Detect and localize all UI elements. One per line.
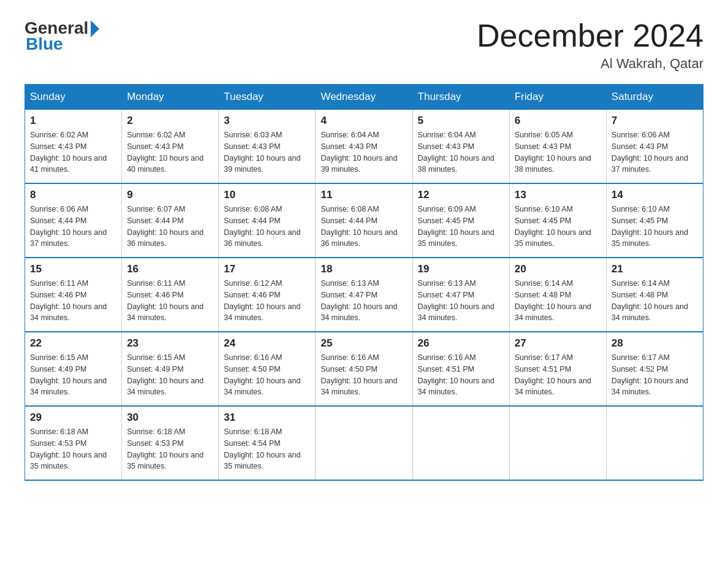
day-info: Sunrise: 6:16 AMSunset: 4:51 PMDaylight:… (418, 353, 495, 396)
header-wednesday: Wednesday (316, 85, 412, 110)
calendar-cell: 15 Sunrise: 6:11 AMSunset: 4:46 PMDaylig… (25, 258, 122, 332)
day-number: 23 (127, 337, 213, 350)
page-header: General Blue December 2024 Al Wakrah, Qa… (25, 18, 703, 72)
calendar-cell: 25 Sunrise: 6:16 AMSunset: 4:50 PMDaylig… (316, 332, 412, 406)
day-info: Sunrise: 6:18 AMSunset: 4:54 PMDaylight:… (224, 427, 300, 470)
calendar-cell: 9 Sunrise: 6:07 AMSunset: 4:44 PMDayligh… (122, 183, 219, 258)
day-number: 26 (418, 337, 504, 350)
calendar-cell: 20 Sunrise: 6:14 AMSunset: 4:48 PMDaylig… (509, 258, 606, 332)
day-info: Sunrise: 6:11 AMSunset: 4:46 PMDaylight:… (127, 279, 203, 322)
calendar-cell: 24 Sunrise: 6:16 AMSunset: 4:50 PMDaylig… (219, 332, 316, 406)
day-number: 30 (127, 412, 213, 424)
day-info: Sunrise: 6:12 AMSunset: 4:46 PMDaylight:… (224, 279, 300, 322)
day-number: 13 (515, 189, 601, 201)
day-info: Sunrise: 6:10 AMSunset: 4:45 PMDaylight:… (612, 205, 688, 248)
calendar-cell: 31 Sunrise: 6:18 AMSunset: 4:54 PMDaylig… (219, 406, 316, 480)
day-info: Sunrise: 6:09 AMSunset: 4:45 PMDaylight:… (418, 205, 495, 248)
day-info: Sunrise: 6:08 AMSunset: 4:44 PMDaylight:… (224, 205, 300, 248)
header-thursday: Thursday (412, 85, 509, 110)
day-number: 25 (320, 337, 407, 350)
calendar-cell: 3 Sunrise: 6:03 AMSunset: 4:43 PMDayligh… (219, 110, 316, 184)
day-number: 27 (515, 337, 601, 350)
day-info: Sunrise: 6:08 AMSunset: 4:44 PMDaylight:… (320, 205, 397, 248)
day-info: Sunrise: 6:13 AMSunset: 4:47 PMDaylight:… (320, 279, 397, 322)
day-number: 8 (30, 189, 116, 201)
calendar-cell: 8 Sunrise: 6:06 AMSunset: 4:44 PMDayligh… (25, 183, 122, 258)
day-info: Sunrise: 6:04 AMSunset: 4:43 PMDaylight:… (418, 131, 495, 174)
calendar-week-1: 1 Sunrise: 6:02 AMSunset: 4:43 PMDayligh… (25, 110, 703, 184)
day-number: 3 (224, 115, 310, 127)
calendar-week-2: 8 Sunrise: 6:06 AMSunset: 4:44 PMDayligh… (25, 183, 703, 258)
calendar-cell: 23 Sunrise: 6:15 AMSunset: 4:49 PMDaylig… (122, 332, 219, 406)
calendar-week-3: 15 Sunrise: 6:11 AMSunset: 4:46 PMDaylig… (25, 258, 703, 332)
calendar-cell: 27 Sunrise: 6:17 AMSunset: 4:51 PMDaylig… (509, 332, 606, 406)
title-block: December 2024 Al Wakrah, Qatar (477, 18, 703, 72)
calendar-cell: 28 Sunrise: 6:17 AMSunset: 4:52 PMDaylig… (606, 332, 703, 406)
day-info: Sunrise: 6:15 AMSunset: 4:49 PMDaylight:… (127, 353, 203, 396)
day-number: 18 (320, 263, 407, 275)
day-number: 24 (224, 337, 310, 350)
day-info: Sunrise: 6:16 AMSunset: 4:50 PMDaylight:… (320, 353, 397, 396)
calendar-cell: 14 Sunrise: 6:10 AMSunset: 4:45 PMDaylig… (606, 183, 703, 258)
day-number: 15 (30, 263, 116, 275)
calendar-cell: 4 Sunrise: 6:04 AMSunset: 4:43 PMDayligh… (316, 110, 412, 184)
day-number: 10 (224, 189, 310, 201)
day-number: 5 (418, 115, 504, 127)
day-info: Sunrise: 6:17 AMSunset: 4:51 PMDaylight:… (515, 353, 591, 396)
day-number: 1 (30, 115, 116, 127)
day-info: Sunrise: 6:05 AMSunset: 4:43 PMDaylight:… (515, 131, 591, 174)
calendar-cell: 29 Sunrise: 6:18 AMSunset: 4:53 PMDaylig… (25, 406, 122, 480)
calendar-cell (412, 406, 509, 480)
calendar-week-4: 22 Sunrise: 6:15 AMSunset: 4:49 PMDaylig… (25, 332, 703, 406)
day-info: Sunrise: 6:16 AMSunset: 4:50 PMDaylight:… (224, 353, 300, 396)
calendar-cell: 30 Sunrise: 6:18 AMSunset: 4:53 PMDaylig… (122, 406, 219, 480)
day-info: Sunrise: 6:15 AMSunset: 4:49 PMDaylight:… (30, 353, 107, 396)
day-number: 17 (224, 263, 310, 275)
day-info: Sunrise: 6:14 AMSunset: 4:48 PMDaylight:… (612, 279, 688, 322)
day-info: Sunrise: 6:18 AMSunset: 4:53 PMDaylight:… (127, 427, 203, 470)
day-number: 14 (612, 189, 698, 201)
day-number: 16 (127, 263, 213, 275)
day-info: Sunrise: 6:18 AMSunset: 4:53 PMDaylight:… (30, 427, 107, 470)
calendar-cell: 2 Sunrise: 6:02 AMSunset: 4:43 PMDayligh… (122, 110, 219, 184)
calendar-table: SundayMondayTuesdayWednesdayThursdayFrid… (25, 84, 703, 481)
calendar-cell: 1 Sunrise: 6:02 AMSunset: 4:43 PMDayligh… (25, 110, 122, 184)
day-info: Sunrise: 6:04 AMSunset: 4:43 PMDaylight:… (320, 131, 397, 174)
calendar-cell: 16 Sunrise: 6:11 AMSunset: 4:46 PMDaylig… (122, 258, 219, 332)
logo-arrow-icon (91, 20, 99, 37)
day-info: Sunrise: 6:14 AMSunset: 4:48 PMDaylight:… (515, 279, 591, 322)
day-info: Sunrise: 6:07 AMSunset: 4:44 PMDaylight:… (127, 205, 203, 248)
day-info: Sunrise: 6:13 AMSunset: 4:47 PMDaylight:… (418, 279, 495, 322)
day-number: 4 (320, 115, 407, 127)
day-info: Sunrise: 6:03 AMSunset: 4:43 PMDaylight:… (224, 131, 300, 174)
day-number: 22 (30, 337, 116, 350)
day-info: Sunrise: 6:02 AMSunset: 4:43 PMDaylight:… (127, 131, 203, 174)
day-number: 31 (224, 412, 310, 424)
calendar-cell (509, 406, 606, 480)
header-sunday: Sunday (25, 85, 122, 110)
day-number: 9 (127, 189, 213, 201)
location: Al Wakrah, Qatar (477, 56, 703, 72)
calendar-week-5: 29 Sunrise: 6:18 AMSunset: 4:53 PMDaylig… (25, 406, 703, 480)
logo-blue-text: Blue (26, 34, 63, 54)
day-number: 11 (320, 189, 407, 201)
header-saturday: Saturday (606, 85, 703, 110)
day-number: 28 (612, 337, 698, 350)
calendar-cell (316, 406, 412, 480)
calendar-cell (606, 406, 703, 480)
calendar-cell: 19 Sunrise: 6:13 AMSunset: 4:47 PMDaylig… (412, 258, 509, 332)
day-number: 20 (515, 263, 601, 275)
month-title: December 2024 (477, 18, 703, 53)
calendar-cell: 17 Sunrise: 6:12 AMSunset: 4:46 PMDaylig… (219, 258, 316, 332)
day-number: 6 (515, 115, 601, 127)
day-info: Sunrise: 6:06 AMSunset: 4:43 PMDaylight:… (612, 131, 688, 174)
calendar-cell: 11 Sunrise: 6:08 AMSunset: 4:44 PMDaylig… (316, 183, 412, 258)
header-tuesday: Tuesday (219, 85, 316, 110)
calendar-cell: 5 Sunrise: 6:04 AMSunset: 4:43 PMDayligh… (412, 110, 509, 184)
day-info: Sunrise: 6:02 AMSunset: 4:43 PMDaylight:… (30, 131, 107, 174)
day-info: Sunrise: 6:17 AMSunset: 4:52 PMDaylight:… (612, 353, 688, 396)
calendar-cell: 18 Sunrise: 6:13 AMSunset: 4:47 PMDaylig… (316, 258, 412, 332)
calendar-cell: 7 Sunrise: 6:06 AMSunset: 4:43 PMDayligh… (606, 110, 703, 184)
header-monday: Monday (122, 85, 219, 110)
day-info: Sunrise: 6:10 AMSunset: 4:45 PMDaylight:… (515, 205, 591, 248)
